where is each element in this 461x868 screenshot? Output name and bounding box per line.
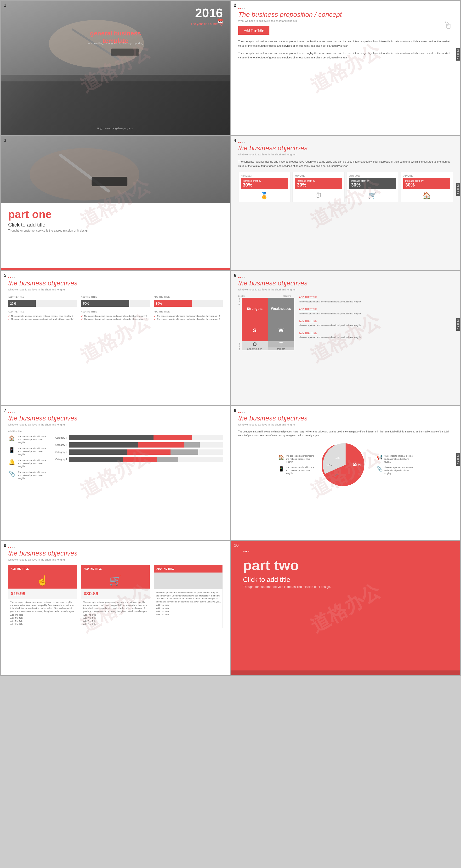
month-label: May 2013 — [295, 175, 342, 177]
finger-icon: ☝ — [37, 575, 49, 586]
pie-left-item-1: 🏠 The concepts national income and natio… — [278, 455, 314, 464]
card-item-1-1: Add The Title — [10, 614, 75, 616]
card-text-1: The concepts national income and nationa… — [10, 601, 75, 613]
chart-add-labels: ADD THE TITLE ADD THE TITLE ADD THE TITL… — [8, 311, 223, 314]
slide-subtitle: what we hope to achieve in the short and… — [238, 153, 453, 156]
pie-text-1: The concepts national income and nationa… — [286, 455, 314, 464]
bullet-2: ✓ The concepts national income and natio… — [154, 318, 223, 321]
card-icon-2: 🛒 — [81, 572, 150, 589]
slide-subtitle: what we hope to achieve in the short and… — [238, 423, 453, 426]
swot-matrix-row: internal external Strengths Weaknesses S… — [238, 298, 294, 350]
pie-right-item-1: 📢 The concepts national income and natio… — [377, 455, 413, 464]
hbar-track-4 — [69, 457, 223, 462]
dot-4 — [14, 277, 15, 278]
add-title: add the title — [8, 430, 223, 433]
opportunities-cell: opportunities — [242, 347, 268, 350]
dot-3 — [242, 412, 243, 413]
body-text-2: The concepts national income and nationa… — [238, 51, 453, 60]
pie-text-4: The concepts national income and nationa… — [384, 466, 413, 475]
slide-subtitle: what we hope to achieve in the short and… — [8, 558, 223, 561]
bullets-3: ✓ The concepts national income and natio… — [154, 315, 223, 321]
slide-title: the business objectives — [238, 145, 453, 152]
card-item-2-4: Add The Title — [83, 623, 148, 625]
card-item-3-1: Add The Title — [156, 604, 221, 607]
phone-icon: 📱 — [8, 447, 15, 453]
svg-rect-4 — [111, 49, 139, 56]
body-text: The concepts national income and nationa… — [238, 160, 453, 168]
card-icon-3 — [154, 572, 222, 589]
slide-8: 8 the business objectives what we hope t… — [231, 406, 460, 540]
dots-row — [8, 547, 223, 548]
month-card-1: April 2013 Increase profit by 30% 🏅 — [238, 172, 290, 202]
slide1-header: 2016 📅 The year-end summary — [191, 6, 223, 26]
clip-icon: 📎 — [377, 466, 383, 472]
dot-4 — [14, 547, 15, 548]
dot-3 — [12, 277, 13, 278]
clip-icon: 📎 — [8, 471, 15, 477]
swot-item-text-4: The concepts national income and nationa… — [299, 336, 453, 339]
slide-4: 4 the business objectives what we hope t… — [231, 136, 460, 270]
dot-1 — [238, 277, 240, 278]
cart-icon: 🛒 — [110, 575, 121, 586]
col-label-1: ADD THE TITLE — [8, 296, 77, 298]
hbar-label-4: Category 1 — [50, 458, 67, 461]
card-price-1: ¥19.99 — [8, 589, 77, 599]
card-item-3-4: Add The Title — [156, 614, 221, 616]
bar-percent: 50% — [83, 302, 89, 305]
dot-3 — [242, 8, 243, 9]
slide-subtitle: what we hope to achieve in the short and… — [8, 288, 223, 291]
pricing-card-3: ADD THE TITLE The concepts national inco… — [154, 565, 223, 628]
pie-label-58: 58% — [353, 462, 361, 467]
slide-1: 2016 📅 The year-end summary general busi… — [1, 1, 230, 135]
hbar-track-2 — [69, 442, 223, 447]
dot-3 — [242, 277, 243, 278]
card-item-1-4: Add The Title — [10, 623, 75, 625]
external-label: external — [238, 343, 241, 350]
swot-item-1: ADD THE TITLE The concepts national inco… — [299, 295, 453, 303]
slide-subtitle: What we hope to achieve in the short and… — [238, 20, 453, 22]
dot-3 — [12, 412, 13, 413]
slide-7: 7 the business objectives what we hope t… — [1, 406, 230, 540]
add-title-button[interactable]: Add The Title — [238, 26, 269, 35]
hbar-light-2 — [184, 442, 200, 447]
slide-10: 10 part two Click to add title Thought f… — [231, 541, 460, 675]
swot-item-3: ADD THE TITLE The concepts national inco… — [299, 318, 453, 327]
dot-3 — [242, 142, 243, 143]
card-body-1: The concepts national income and nationa… — [8, 599, 77, 628]
pie-section: 🏠 The concepts national income and natio… — [238, 441, 453, 489]
swot-area: positive negative internal external Stre… — [238, 295, 453, 350]
dot-3 — [12, 547, 13, 548]
dots-row — [8, 277, 223, 278]
slide-number: 2 — [234, 3, 236, 8]
o-letter: O — [242, 341, 268, 347]
swot-grid: Strengths Weaknesses S W O T opportuniti… — [242, 298, 294, 350]
slide-number: 6 — [234, 273, 236, 278]
dot-4 — [244, 412, 245, 413]
dot-2 — [240, 142, 241, 143]
dot-4 — [14, 412, 15, 413]
slide3-bottom: part one Click to add title Thought for … — [1, 203, 230, 270]
slide7-content: 🏠 The concepts national income and natio… — [8, 435, 223, 483]
hbar-red-4 — [123, 457, 157, 462]
hbar-red-2 — [138, 442, 184, 447]
icon-text-4: The concepts national income and nationa… — [18, 471, 47, 480]
col-3: 30% — [154, 300, 223, 308]
speaker-icon: 📢 — [377, 455, 383, 460]
card-text-3: The concepts national income and nationa… — [156, 591, 221, 603]
slide-title: the business objectives — [238, 414, 453, 422]
threats-cell: threats — [268, 347, 294, 350]
pie-left: 🏠 The concepts national income and natio… — [278, 455, 314, 475]
swot-item-text-2: The concepts national income and nationa… — [299, 312, 453, 315]
month-card-2: May 2013 Increase profit by 30% ⏱ — [293, 172, 345, 202]
house-icon: 🏠 — [278, 455, 284, 460]
dot-1 — [8, 547, 9, 548]
slide-number: 4 — [234, 138, 236, 143]
swot-item-title-2: ADD THE TITLE — [299, 308, 317, 311]
slide-9: 9 the business objectives what we hope t… — [1, 541, 230, 675]
hbar-label-2: Category 3 — [50, 444, 67, 446]
slide-title: the business objectives — [8, 550, 223, 557]
dot-active — [245, 551, 247, 552]
swot-item-2: ADD THE TITLE The concepts national inco… — [299, 307, 453, 315]
col-1: 20% — [8, 300, 77, 308]
card-item-3-2: Add The Title — [156, 607, 221, 610]
